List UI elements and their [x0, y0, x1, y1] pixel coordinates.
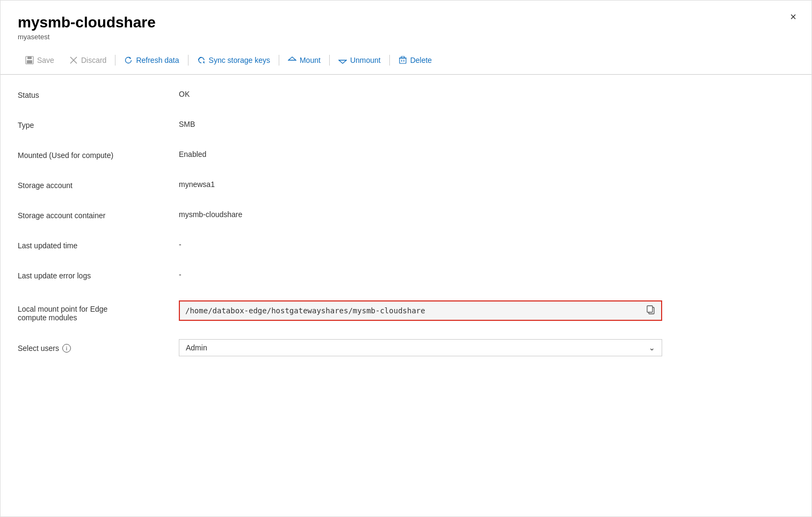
refresh-button[interactable]: Refresh data	[117, 53, 186, 68]
panel-title: mysmb-cloudshare	[18, 13, 794, 32]
mount-point-value: /home/databox-edge/hostgatewayshares/mys…	[185, 306, 642, 315]
panel-header: mysmb-cloudshare myasetest ×	[1, 1, 811, 41]
content: Status OK Type SMB Mounted (Used for com…	[1, 75, 811, 389]
discard-icon	[69, 56, 78, 64]
value-mounted: Enabled	[179, 150, 794, 159]
save-icon	[25, 56, 34, 64]
panel-subtitle: myasetest	[18, 33, 794, 41]
refresh-icon	[124, 56, 133, 64]
sync-button[interactable]: Sync storage keys	[190, 53, 278, 68]
label-type: Type	[18, 120, 179, 130]
mount-point-container: /home/databox-edge/hostgatewayshares/mys…	[179, 300, 662, 321]
toolbar-divider-1	[115, 55, 115, 66]
field-row-last-updated: Last updated time -	[18, 240, 794, 253]
svg-marker-6	[339, 60, 346, 63]
label-mount-point: Local mount point for Edgecompute module…	[18, 300, 179, 322]
value-status: OK	[179, 90, 794, 98]
select-users-text: Select users	[18, 344, 59, 353]
value-storage-container: mysmb-cloudshare	[179, 210, 794, 219]
value-error-logs: -	[179, 270, 794, 279]
label-select-users: Select users i	[18, 343, 179, 353]
toolbar-divider-2	[188, 55, 189, 66]
panel: mysmb-cloudshare myasetest × Save	[0, 0, 812, 517]
label-mounted: Mounted (Used for compute)	[18, 150, 179, 160]
label-last-updated: Last updated time	[18, 240, 179, 250]
unmount-icon	[338, 56, 347, 64]
field-row-mounted: Mounted (Used for compute) Enabled	[18, 150, 794, 163]
label-status: Status	[18, 90, 179, 99]
value-storage-account: mynewsa1	[179, 180, 794, 189]
label-error-logs: Last update error logs	[18, 270, 179, 280]
discard-label: Discard	[81, 56, 106, 64]
delete-button[interactable]: Delete	[391, 53, 439, 68]
toolbar-divider-4	[329, 55, 330, 66]
field-row-storage-container: Storage account container mysmb-cloudsha…	[18, 210, 794, 223]
svg-rect-1	[27, 56, 32, 59]
unmount-label: Unmount	[350, 56, 381, 64]
svg-rect-2	[27, 60, 32, 63]
field-row-mount-point: Local mount point for Edgecompute module…	[18, 300, 794, 322]
toolbar: Save Discard Refresh data	[1, 46, 811, 75]
unmount-button[interactable]: Unmount	[331, 53, 388, 68]
svg-marker-5	[288, 57, 296, 60]
sync-icon	[197, 56, 206, 64]
info-icon[interactable]: i	[62, 344, 71, 353]
select-users-dropdown[interactable]: Admin ⌄	[179, 339, 662, 356]
sync-label: Sync storage keys	[209, 56, 270, 64]
toolbar-divider-3	[279, 55, 279, 66]
field-row-status: Status OK	[18, 90, 794, 103]
copy-icon[interactable]	[646, 305, 656, 317]
label-storage-container: Storage account container	[18, 210, 179, 220]
save-button[interactable]: Save	[18, 53, 62, 68]
delete-label: Delete	[410, 56, 432, 64]
field-row-error-logs: Last update error logs -	[18, 270, 794, 283]
field-row-select-users: Select users i Admin ⌄	[18, 339, 794, 356]
value-last-updated: -	[179, 240, 794, 249]
svg-rect-7	[400, 58, 406, 63]
value-type: SMB	[179, 120, 794, 128]
field-row-storage-account: Storage account mynewsa1	[18, 180, 794, 193]
select-users-value: Admin	[186, 343, 207, 352]
svg-rect-13	[647, 306, 653, 312]
discard-button[interactable]: Discard	[62, 53, 114, 68]
field-row-type: Type SMB	[18, 120, 794, 133]
delete-icon	[398, 56, 407, 64]
label-storage-account: Storage account	[18, 180, 179, 190]
mount-button[interactable]: Mount	[280, 53, 328, 68]
chevron-down-icon: ⌄	[649, 343, 655, 352]
close-button[interactable]: ×	[790, 11, 796, 22]
mount-label: Mount	[300, 56, 321, 64]
mount-icon	[288, 56, 296, 64]
svg-rect-11	[401, 56, 404, 58]
refresh-label: Refresh data	[136, 56, 179, 64]
save-label: Save	[37, 56, 54, 64]
toolbar-divider-5	[389, 55, 390, 66]
